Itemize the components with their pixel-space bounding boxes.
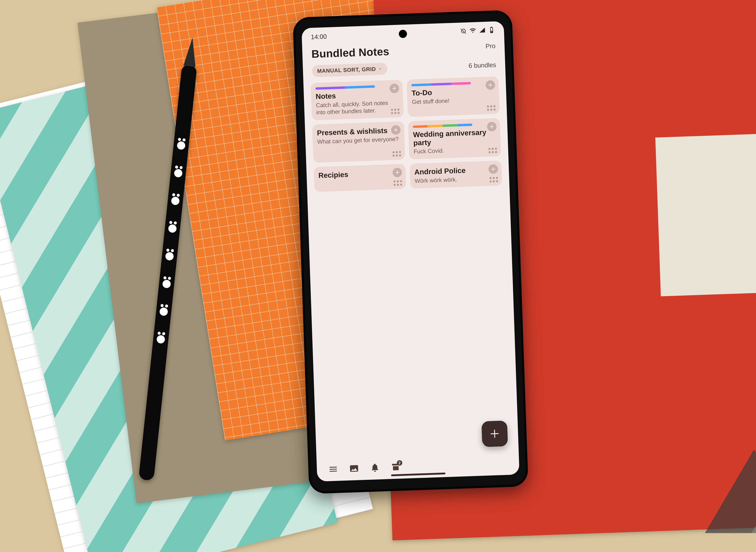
color-stripe [413,124,472,128]
color-stripe [316,85,375,90]
command-icon [329,33,330,40]
drag-handle[interactable] [487,105,496,111]
menu-button[interactable] [327,463,339,475]
label-patch [655,132,756,296]
bundle-card[interactable]: Android PoliceWörk wörk wörk. [410,160,502,188]
alarm-off-icon [460,27,467,36]
bundle-desc: Get stuff done! [412,96,495,106]
bundle-card[interactable]: NotesCatch all, quickly. Sort notes into… [311,80,404,120]
signal-icon [479,27,486,35]
plus-icon [489,428,500,439]
bundle-desc: Fuck Covid. [413,145,497,155]
phone-frame: 14:00 Bundled Notes Pro MANUAL SORT, GRI… [293,10,528,494]
pro-button[interactable]: Pro [486,42,496,50]
fab-add[interactable] [481,420,508,447]
drag-handle[interactable] [391,109,400,114]
sort-label: MANUAL SORT, GRID [317,66,376,74]
sort-chip[interactable]: MANUAL SORT, GRID [312,63,388,77]
bundle-title: Presents & wishlists [317,126,400,137]
bundle-title: To-Do [411,86,495,97]
bundle-card[interactable]: Presents & wishlistsWhat can you get for… [312,121,405,163]
bundle-card[interactable]: Wedding anniversary partyFuck Covid. [408,118,501,159]
bundle-title: Notes [316,90,399,101]
bundle-title: Wedding anniversary party [413,128,496,147]
bundle-count: 6 bundles [468,61,496,70]
plus-icon [393,127,399,133]
bundle-card[interactable]: To-DoGet stuff done! [407,77,500,117]
wifi-icon [469,27,476,36]
drag-handle[interactable] [490,177,498,183]
plus-icon [488,82,493,88]
plus-icon [489,124,495,129]
bundle-title: Recipies [318,168,401,180]
bundle-desc: Wörk wörk wörk. [415,174,498,184]
drag-handle[interactable] [392,151,401,157]
bell-icon [370,463,380,473]
bundle-grid: NotesCatch all, quickly. Sort notes into… [303,75,519,460]
phone-screen: 14:00 Bundled Notes Pro MANUAL SORT, GRI… [302,21,520,481]
bundle-card[interactable]: Recipies [314,164,406,192]
status-time: 14:00 [311,33,327,41]
bundle-title: Android Police [414,165,497,176]
bell-icon [332,33,332,40]
reminders-button[interactable] [369,462,381,474]
gallery-button[interactable] [348,462,360,474]
drag-handle[interactable] [393,180,402,186]
battery-icon [488,27,495,35]
chevron-down-icon [378,67,382,71]
drag-handle[interactable] [489,148,497,153]
plus-icon [394,170,400,175]
bundle-desc: What can you get for everyone? [317,135,400,146]
bundle-desc: Catch all, quickly. Sort notes into othe… [316,99,399,116]
color-stripe [411,82,471,87]
plus-icon [491,166,496,172]
hamburger-icon [328,464,338,474]
plus-icon [392,86,397,91]
image-icon [349,463,359,473]
archive-button[interactable]: 2 [390,461,402,473]
archive-badge: 2 [397,460,402,466]
